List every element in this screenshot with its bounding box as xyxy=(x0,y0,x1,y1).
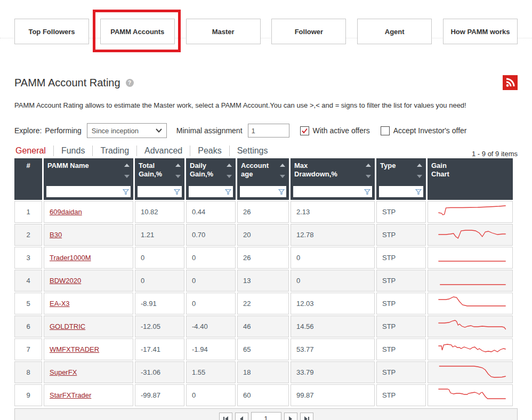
column-filter-input-total_gain[interactable] xyxy=(138,186,174,197)
tab-settings[interactable]: Settings xyxy=(229,146,276,156)
cell-gain-chart xyxy=(428,316,513,337)
page-title: PAMM Account Rating xyxy=(14,77,120,89)
filter-funnel-icon[interactable] xyxy=(123,189,129,195)
column-filter-input-max_drawdown[interactable] xyxy=(293,186,364,197)
nav-button-wrap: Follower xyxy=(271,19,346,44)
column-header-name[interactable]: PAMM Name xyxy=(44,158,133,200)
pamm-account-link[interactable]: B30 xyxy=(50,231,62,239)
period-select[interactable]: Since inception xyxy=(87,123,167,138)
checkbox-accept-investor-s-offer[interactable]: Accept Investor's offer xyxy=(381,126,467,135)
gain-sparkline xyxy=(432,226,508,242)
column-header-daily_gain[interactable]: DailyGain,% xyxy=(186,158,236,200)
last-page-button[interactable] xyxy=(300,413,313,420)
cell-pamm-name: EA-X3 xyxy=(44,293,133,314)
tab-trading[interactable]: Trading xyxy=(92,146,136,156)
cell-gain-chart xyxy=(428,247,513,269)
sort-descending-icon[interactable] xyxy=(227,175,232,178)
pamm-account-link[interactable]: Trader1000M xyxy=(50,254,91,262)
sort-descending-icon[interactable] xyxy=(366,175,371,178)
checked-checkbox-icon[interactable] xyxy=(300,126,309,135)
next-page-button[interactable] xyxy=(284,413,297,420)
filter-funnel-icon[interactable] xyxy=(364,189,370,195)
pamm-account-link[interactable]: WMFXTRADER xyxy=(50,345,99,353)
unchecked-checkbox-icon[interactable] xyxy=(381,126,390,135)
sort-ascending-icon[interactable] xyxy=(227,164,232,167)
cell-type: STP xyxy=(376,361,426,383)
cell-row-number: 2 xyxy=(14,224,42,246)
column-header-max_drawdown[interactable]: MaxDrawdown,% xyxy=(291,158,375,200)
column-header-total_gain[interactable]: TotalGain,% xyxy=(135,158,184,200)
pamm-account-link[interactable]: 609daidan xyxy=(50,208,82,216)
nav-button-how-pamm-works[interactable]: How PAMM works xyxy=(443,19,518,44)
items-count: 1 - 9 of 9 items xyxy=(472,150,518,158)
checkbox-label: Accept Investor's offer xyxy=(393,126,467,135)
question-mark-icon[interactable]: ? xyxy=(126,79,134,87)
pamm-account-link[interactable]: GOLDTRIC xyxy=(50,322,85,330)
tabs-row: GeneralFundsTradingAdvancedPeaksSettings… xyxy=(14,146,518,156)
explore-label: Explore: xyxy=(14,126,42,135)
nav-button-wrap: How PAMM works xyxy=(443,19,518,44)
column-label: DailyGain,% xyxy=(190,161,213,178)
cell-account-age: 13 xyxy=(237,270,289,292)
cell-row-number: 5 xyxy=(14,293,42,314)
cell-total-gain: -12.05 xyxy=(135,316,184,337)
sort-ascending-icon[interactable] xyxy=(417,164,422,167)
prev-page-button[interactable] xyxy=(235,413,248,420)
tab-peaks[interactable]: Peaks xyxy=(190,146,229,156)
cell-max-drawdown: 0 xyxy=(291,247,375,269)
filter-funnel-icon[interactable] xyxy=(174,189,180,195)
column-filter-box xyxy=(138,186,182,197)
nav-button-pamm-accounts[interactable]: PAMM Accounts xyxy=(100,19,175,44)
sort-descending-icon[interactable] xyxy=(417,175,422,178)
column-header-spark: GainChart xyxy=(428,158,513,200)
sort-ascending-icon[interactable] xyxy=(280,164,285,167)
cell-type: STP xyxy=(376,293,426,314)
tab-advanced[interactable]: Advanced xyxy=(136,146,190,156)
sort-descending-icon[interactable] xyxy=(280,175,285,178)
tab-funds[interactable]: Funds xyxy=(53,146,92,156)
column-header-type[interactable]: Type xyxy=(376,158,426,200)
cell-account-age: 26 xyxy=(237,201,289,223)
column-label: TotalGain,% xyxy=(139,161,162,178)
sort-ascending-icon[interactable] xyxy=(124,164,130,167)
column-filter-input-name[interactable] xyxy=(46,186,123,197)
cell-type: STP xyxy=(376,224,426,246)
pamm-account-link[interactable]: EA-X3 xyxy=(50,300,70,308)
performing-label: Performing xyxy=(45,126,81,135)
cell-pamm-name: StarFXTrader xyxy=(44,384,133,406)
pamm-account-link[interactable]: BDW2020 xyxy=(50,277,81,285)
sort-ascending-icon[interactable] xyxy=(366,164,371,167)
nav-button-master[interactable]: Master xyxy=(186,19,261,44)
column-filter-input-daily_gain[interactable] xyxy=(189,186,225,197)
filter-funnel-icon[interactable] xyxy=(415,189,422,195)
table-row: 1609daidan10.820.44262.13STP xyxy=(14,201,513,223)
cell-row-number: 8 xyxy=(14,361,42,383)
pamm-account-link[interactable]: StarFXTrader xyxy=(50,391,91,399)
column-filter-input-account_age[interactable] xyxy=(240,186,278,197)
rss-icon[interactable] xyxy=(503,75,518,90)
minimal-assignment-input[interactable] xyxy=(248,124,289,138)
cell-pamm-name: B30 xyxy=(44,224,133,246)
cell-account-age: 26 xyxy=(237,247,289,269)
nav-button-agent[interactable]: Agent xyxy=(357,19,432,44)
filter-funnel-icon[interactable] xyxy=(225,189,231,195)
sort-descending-icon[interactable] xyxy=(124,175,130,178)
first-page-icon xyxy=(223,417,224,420)
filter-funnel-icon[interactable] xyxy=(278,189,285,195)
cell-daily-gain: 0.70 xyxy=(186,224,236,246)
sort-descending-icon[interactable] xyxy=(175,175,181,178)
sort-ascending-icon[interactable] xyxy=(175,164,181,167)
tab-general[interactable]: General xyxy=(14,146,53,156)
cell-daily-gain: 0 xyxy=(186,293,236,314)
pamm-account-link[interactable]: SuperFX xyxy=(50,368,77,376)
cell-account-age: 65 xyxy=(237,338,289,360)
checkbox-with-active-offers[interactable]: With active offers xyxy=(300,126,370,135)
cell-total-gain: 10.82 xyxy=(135,201,184,223)
column-filter-input-type[interactable] xyxy=(379,186,415,197)
nav-button-top-followers[interactable]: Top Followers xyxy=(14,19,89,44)
cell-total-gain: -17.41 xyxy=(135,338,184,360)
nav-button-follower[interactable]: Follower xyxy=(271,19,346,44)
first-page-button[interactable] xyxy=(219,413,232,420)
page-number-input[interactable]: 1 xyxy=(251,412,281,420)
column-header-account_age[interactable]: Accountage xyxy=(237,158,289,200)
